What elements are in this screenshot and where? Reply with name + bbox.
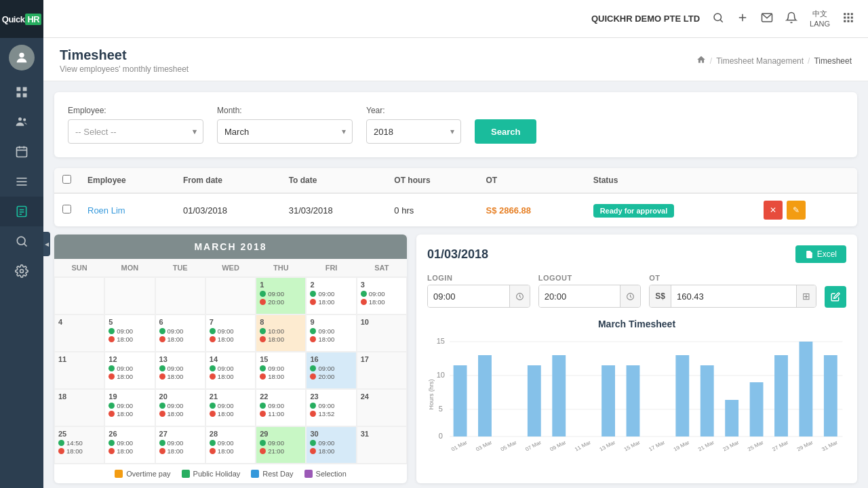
svg-rect-60 <box>799 342 812 436</box>
select-all-checkbox[interactable] <box>62 175 71 184</box>
ot-input[interactable] <box>671 285 796 307</box>
svg-text:Hours (hrs): Hours (hrs) <box>427 380 435 410</box>
svg-text:10: 10 <box>437 371 445 379</box>
calendar-cell[interactable]: 109:0020:00 <box>256 277 306 314</box>
plus-icon[interactable] <box>736 12 749 26</box>
calendar-cell[interactable]: 2709:0018:00 <box>155 426 205 464</box>
calendar-cell[interactable]: 909:0018:00 <box>306 314 356 352</box>
sidebar-item-reports[interactable] <box>0 226 43 256</box>
employee-select[interactable]: -- Select -- <box>68 119 203 144</box>
calendar-cell[interactable]: 2514:5018:00 <box>54 426 104 464</box>
svg-rect-1 <box>17 87 21 92</box>
calendar-cell[interactable]: 209:0018:00 <box>306 277 356 314</box>
search-icon[interactable] <box>712 12 724 26</box>
row-checkbox[interactable] <box>62 205 71 214</box>
ot-hours: 0 hrs <box>386 193 477 226</box>
search-button[interactable]: Search <box>475 119 536 144</box>
calendar-cell[interactable]: 11 <box>54 352 104 389</box>
svg-rect-52 <box>601 365 615 436</box>
logout-label: LOGOUT <box>538 274 642 282</box>
svg-rect-30 <box>848 17 850 19</box>
sidebar-item-people[interactable] <box>0 107 43 137</box>
month-select[interactable]: March <box>217 119 353 144</box>
calendar-cell[interactable]: 24 <box>357 389 407 426</box>
calendar-cell[interactable]: 3009:0018:00 <box>306 426 356 464</box>
bell-icon[interactable] <box>785 12 797 26</box>
calendar-cell[interactable]: 2609:0018:00 <box>104 426 155 464</box>
calendar-cell[interactable]: 609:0018:00 <box>155 314 205 352</box>
calendar-cell[interactable]: 1909:0018:00 <box>104 389 155 426</box>
login-input[interactable] <box>428 285 509 307</box>
sidebar-item-timesheet[interactable] <box>0 197 43 226</box>
login-label: LOGIN <box>427 274 530 282</box>
calendar-cell[interactable]: 2309:0013:52 <box>306 389 356 426</box>
calendar-cell[interactable]: 1609:0020:00 <box>306 352 356 389</box>
user-avatar[interactable] <box>9 45 35 70</box>
calendar-cell[interactable]: 2909:0021:00 <box>256 426 306 464</box>
save-edit-button[interactable] <box>825 286 846 308</box>
calendar-cell[interactable]: 2109:0018:00 <box>205 389 256 426</box>
calendar-cell[interactable]: 31 <box>357 426 407 464</box>
svg-text:21 Mar: 21 Mar <box>697 439 715 452</box>
mail-icon[interactable] <box>761 12 773 26</box>
calendar-cell[interactable]: 1409:0018:00 <box>205 352 256 389</box>
sidebar-item-dashboard[interactable] <box>0 77 43 107</box>
legend-public-holiday: Public Holiday <box>193 470 241 478</box>
edit-button[interactable]: ✎ <box>787 201 806 220</box>
calendar-cell[interactable]: 10 <box>357 314 407 352</box>
breadcrumb-timesheet-mgmt[interactable]: Timesheet Management <box>716 56 804 66</box>
svg-text:17 Mar: 17 Mar <box>648 439 666 452</box>
employee-label: Employee: <box>68 106 203 115</box>
svg-text:23 Mar: 23 Mar <box>722 439 740 452</box>
svg-text:29 Mar: 29 Mar <box>796 439 814 452</box>
calendar-cell[interactable]: 4 <box>54 314 104 352</box>
calendar-cell[interactable]: 709:0018:00 <box>205 314 256 352</box>
sidebar-collapse-button[interactable]: ◀ <box>43 232 50 256</box>
sidebar-item-list[interactable] <box>0 167 43 197</box>
ot-currency: S$ <box>650 285 671 307</box>
logout-input[interactable] <box>539 285 620 307</box>
calendar-legend: Overtime pay Public Holiday Rest Day Sel… <box>54 464 407 483</box>
calendar-cell[interactable]: 2809:0018:00 <box>205 426 256 464</box>
delete-button[interactable]: ✕ <box>764 201 783 220</box>
svg-rect-28 <box>851 13 853 15</box>
svg-rect-61 <box>824 355 837 436</box>
calendar-cell[interactable]: 17 <box>357 352 407 389</box>
detail-panel: 01/03/2018 Excel LOGIN <box>416 235 857 483</box>
calendar-cell[interactable]: 1309:0018:00 <box>155 352 205 389</box>
ot-calc-icon[interactable]: ⊞ <box>796 285 816 307</box>
calendar-cell[interactable]: 2209:0011:00 <box>256 389 306 426</box>
calendar-cell[interactable]: 810:0018:00 <box>256 314 306 352</box>
apps-grid-icon[interactable] <box>842 12 854 26</box>
calendar-cell[interactable]: 2009:0018:00 <box>155 389 205 426</box>
employee-link[interactable]: Roen Lim <box>87 205 125 216</box>
excel-button[interactable]: Excel <box>795 245 846 263</box>
col-employee: Employee <box>79 168 175 193</box>
status-badge: Ready for approval <box>593 204 675 218</box>
sidebar-item-settings[interactable] <box>0 256 43 286</box>
calendar-cell[interactable]: 509:0018:00 <box>104 314 155 352</box>
svg-rect-29 <box>844 17 846 19</box>
ot-label: OT <box>649 274 816 282</box>
svg-rect-27 <box>848 13 850 15</box>
svg-rect-3 <box>17 94 21 98</box>
calendar-cell[interactable]: 309:0018:00 <box>357 277 407 314</box>
calendar-cell <box>205 277 256 314</box>
year-label: Year: <box>366 106 461 115</box>
home-icon[interactable] <box>696 55 706 66</box>
svg-rect-55 <box>675 355 689 436</box>
language-selector[interactable]: 中文LANG <box>810 9 830 28</box>
day-header-sat: SAT <box>357 259 407 277</box>
day-header-fri: FRI <box>306 259 356 277</box>
excel-label: Excel <box>817 249 837 259</box>
calendar-cell[interactable]: 1509:0018:00 <box>256 352 306 389</box>
year-select[interactable]: 2018 <box>366 119 461 144</box>
svg-rect-47 <box>478 355 492 436</box>
svg-rect-53 <box>627 365 640 436</box>
calendar-cell[interactable]: 1209:0018:00 <box>104 352 155 389</box>
svg-text:05 Mar: 05 Mar <box>500 439 518 452</box>
svg-point-20 <box>20 270 24 273</box>
svg-text:15 Mar: 15 Mar <box>623 439 642 452</box>
sidebar-item-calendar[interactable] <box>0 137 43 167</box>
calendar-cell[interactable]: 18 <box>54 389 104 426</box>
